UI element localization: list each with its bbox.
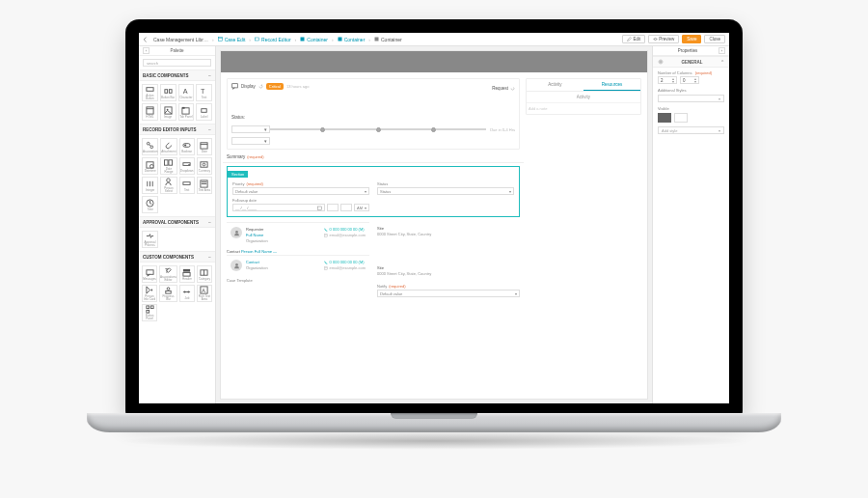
priority-select[interactable]: Default value▾: [232, 187, 369, 195]
svg-rect-56: [232, 84, 238, 88]
cols-stepper-a[interactable]: 2▴▾: [658, 76, 677, 84]
crumb-5[interactable]: Container: [372, 36, 404, 43]
tool-daterange[interactable]: Date Range: [160, 157, 176, 175]
top-bar: Case Management Libr… › Case Edit › Reco…: [139, 33, 729, 46]
tool-datetime[interactable]: Datetime: [142, 157, 158, 175]
properties-collapse-icon[interactable]: ›: [719, 47, 725, 54]
requester-card: Requester Full Name Organization 0 000 0…: [227, 222, 369, 247]
svg-point-27: [150, 164, 154, 168]
site-value: 0000 Street City, State, Country: [377, 232, 520, 236]
tool-progress[interactable]: Progress Bar: [159, 285, 177, 302]
notify-select[interactable]: Default value▾: [377, 290, 520, 297]
close-button[interactable]: Close: [704, 35, 725, 43]
tool-tab-panel[interactable]: Tab Panel: [178, 103, 195, 121]
svg-rect-34: [183, 181, 190, 184]
svg-rect-0: [218, 38, 222, 42]
tool-html[interactable]: HTML: [142, 103, 158, 121]
add-note-input[interactable]: Add a note: [527, 103, 640, 114]
save-button[interactable]: Save: [682, 35, 701, 43]
visible-opt-1[interactable]: [658, 113, 671, 123]
tool-label[interactable]: Label: [196, 103, 212, 121]
requester-name-link[interactable]: Full Name: [246, 233, 268, 237]
tool-person-card[interactable]: Person Info Card: [142, 285, 157, 302]
palette-search-input[interactable]: search: [143, 59, 211, 67]
tool-btn-panel[interactable]: Button Panel: [142, 304, 157, 321]
tool-approval[interactable]: Approval Process: [142, 231, 158, 248]
avatar-icon: [231, 227, 242, 238]
additional-styles-select[interactable]: ▾: [658, 95, 724, 102]
time-ago: 13 hours ago: [286, 84, 309, 89]
followup-ampm[interactable]: AM▾: [354, 204, 369, 211]
crumb-2[interactable]: Record Editor: [253, 36, 293, 43]
section-basic[interactable]: BASIC COMPONENTS−: [139, 69, 215, 81]
tool-character[interactable]: ACharacter: [178, 84, 195, 101]
edit-button[interactable]: Edit: [622, 35, 645, 43]
crumb-4[interactable]: Container: [336, 36, 367, 43]
followup-time-hh[interactable]: [327, 204, 339, 211]
visible-opt-2[interactable]: [674, 113, 688, 123]
tool-richtext[interactable]: ARich Text Area: [197, 285, 212, 302]
svg-rect-39: [146, 269, 152, 274]
tool-association[interactable]: Association: [142, 138, 158, 155]
contact-name-link[interactable]: Person Full Name —: [241, 249, 277, 254]
tool-text[interactable]: TText: [196, 84, 212, 101]
tool-messages[interactable]: Messages: [142, 265, 157, 283]
selected-container[interactable]: Section Priority(required) Default value…: [227, 166, 520, 217]
chat-icon: [231, 83, 238, 90]
crumb-0[interactable]: Case Management Libr…: [151, 36, 210, 43]
tool-job[interactable]: Job: [179, 285, 195, 302]
palette-title: Palette: [170, 48, 183, 53]
display-block[interactable]: Display Critical 13 hours ago Request: [227, 78, 520, 150]
tool-image[interactable]: Image: [160, 103, 176, 121]
secondary-dropdown[interactable]: ▾: [231, 137, 270, 145]
tool-action-button[interactable]: Action Button: [142, 84, 158, 101]
palette-collapse-icon[interactable]: ‹: [143, 47, 149, 54]
email-link[interactable]: email@example.com: [324, 233, 366, 237]
refresh-icon[interactable]: [258, 84, 263, 89]
tool-date[interactable]: Date: [197, 138, 212, 155]
request-label: Request: [492, 86, 508, 91]
tool-textarea[interactable]: Text Area: [197, 177, 212, 194]
section-approval[interactable]: APPROVAL COMPONENTS−: [139, 216, 215, 228]
svg-rect-28: [165, 160, 169, 165]
casetpl-label: Case Template: [227, 278, 369, 283]
tool-attachment[interactable]: Attachment: [160, 138, 176, 155]
group-general[interactable]: GENERAL ⌃: [653, 56, 729, 68]
tool-dropdown[interactable]: Dropdown: [179, 157, 195, 175]
record-tools: Association Attachment Boolean Date Date…: [139, 135, 215, 216]
tab-resources[interactable]: Resources: [583, 79, 640, 91]
svg-rect-24: [201, 142, 207, 148]
crumb-3[interactable]: Container: [298, 36, 330, 43]
contact-link[interactable]: Contact: [246, 260, 268, 264]
tool-time[interactable]: Time: [142, 196, 158, 213]
section-record-inputs[interactable]: RECORD EDITOR INPUTS−: [139, 124, 215, 135]
tab-activity[interactable]: Activity: [527, 79, 583, 91]
crumb-1[interactable]: Case Edit: [216, 36, 248, 43]
preview-button[interactable]: Preview: [648, 35, 679, 43]
cols-stepper-b[interactable]: 0▴▾: [680, 76, 699, 84]
tool-text2[interactable]: Text: [179, 177, 195, 194]
add-style-input[interactable]: Add style▾: [658, 126, 724, 134]
phone-link[interactable]: 0 000 000 00 00 (M): [324, 227, 366, 232]
tool-header[interactable]: Header: [179, 265, 195, 283]
status-select[interactable]: Status▾: [377, 187, 514, 195]
breadcrumb: Case Management Libr… › Case Edit › Reco…: [151, 36, 622, 43]
followup-time-mm[interactable]: [340, 204, 352, 211]
section-custom[interactable]: CUSTOM COMPONENTS−: [139, 251, 215, 263]
status-label: Status:: [231, 115, 245, 120]
tool-button-bar[interactable]: Button Bar: [160, 84, 176, 101]
followup-date-input[interactable]: __ /__ /____: [232, 204, 325, 211]
tool-category[interactable]: Category: [197, 265, 212, 283]
tool-person[interactable]: Person Select: [160, 177, 176, 194]
status-dropdown[interactable]: ▾: [231, 125, 270, 133]
phone-link-2[interactable]: 0 000 000 00 00 (M): [324, 260, 366, 264]
svg-rect-42: [183, 272, 190, 276]
refresh-icon-2[interactable]: [510, 86, 515, 91]
tool-boolean[interactable]: Boolean: [179, 138, 195, 155]
tool-integer[interactable]: Integer: [142, 177, 158, 194]
back-icon[interactable]: [143, 37, 149, 42]
tool-currency[interactable]: Currency: [197, 157, 212, 175]
tool-assoc-edit[interactable]: TAssociations Editor: [159, 265, 177, 283]
svg-rect-18: [202, 108, 206, 112]
email-link-2[interactable]: email@example.com: [324, 265, 366, 270]
